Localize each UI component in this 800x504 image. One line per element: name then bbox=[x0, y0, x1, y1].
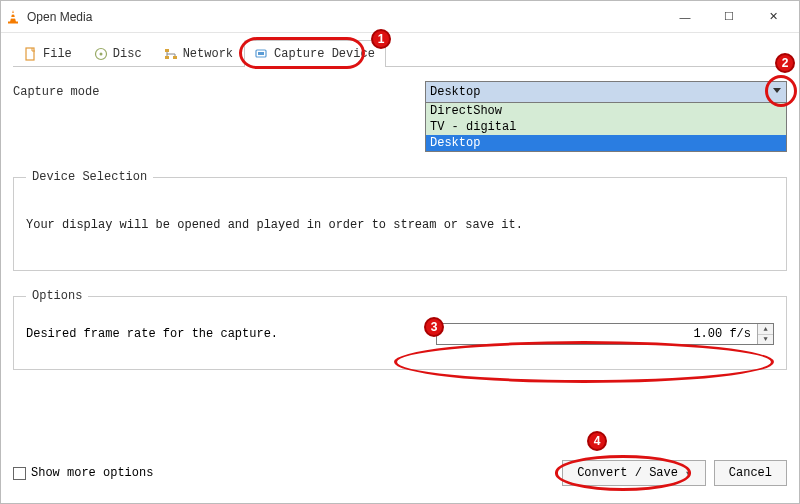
window-title: Open Media bbox=[27, 10, 663, 24]
fps-row: Desired frame rate for the capture. 1.00… bbox=[26, 323, 774, 345]
capture-mode-selected: Desktop bbox=[430, 85, 480, 99]
tab-file-label: File bbox=[43, 47, 72, 61]
svg-rect-2 bbox=[10, 17, 16, 19]
svg-rect-9 bbox=[173, 56, 177, 59]
spinner-buttons: ▲ ▼ bbox=[757, 324, 773, 344]
tab-disc[interactable]: Disc bbox=[83, 40, 153, 66]
fps-value: 1.00 f/s bbox=[437, 327, 757, 341]
cancel-label: Cancel bbox=[729, 466, 772, 480]
capture-mode-label: Capture mode bbox=[13, 81, 413, 99]
file-icon bbox=[24, 47, 38, 61]
fps-label: Desired frame rate for the capture. bbox=[26, 327, 426, 341]
close-button[interactable]: ✕ bbox=[751, 1, 795, 32]
options-group: Options Desired frame rate for the captu… bbox=[13, 289, 787, 370]
tab-bar: File Disc Network Capture Device 1 bbox=[13, 39, 787, 67]
svg-marker-0 bbox=[10, 10, 16, 22]
show-more-label: Show more options bbox=[31, 466, 153, 480]
fps-spinner[interactable]: 1.00 f/s ▲ ▼ bbox=[436, 323, 774, 345]
maximize-button[interactable]: ☐ bbox=[707, 1, 751, 32]
show-more-options-check[interactable]: Show more options bbox=[13, 466, 153, 480]
svg-rect-3 bbox=[8, 21, 18, 23]
minimize-button[interactable]: — bbox=[663, 1, 707, 32]
svg-rect-4 bbox=[26, 48, 34, 60]
capture-mode-combo[interactable]: Desktop bbox=[425, 81, 787, 103]
option-desktop[interactable]: Desktop bbox=[426, 135, 786, 151]
chevron-down-icon: ▼ bbox=[686, 469, 691, 478]
svg-marker-12 bbox=[773, 88, 781, 93]
option-directshow[interactable]: DirectShow bbox=[426, 103, 786, 119]
titlebar: Open Media — ☐ ✕ bbox=[1, 1, 799, 33]
annotation-1: 1 bbox=[371, 29, 391, 49]
device-desc: Your display will be opened and played i… bbox=[26, 218, 774, 232]
option-tv-digital[interactable]: TV - digital bbox=[426, 119, 786, 135]
annotation-4: 4 bbox=[587, 431, 607, 451]
svg-rect-1 bbox=[11, 13, 16, 15]
convert-save-label: Convert / Save bbox=[577, 466, 678, 480]
open-media-window: Open Media — ☐ ✕ File Disc Network Captu… bbox=[0, 0, 800, 504]
capture-mode-dropdown: DirectShow TV - digital Desktop bbox=[425, 103, 787, 152]
tab-file[interactable]: File bbox=[13, 40, 83, 66]
capture-icon bbox=[255, 47, 269, 61]
footer: Show more options Convert / Save ▼ Cance… bbox=[13, 455, 787, 491]
annotation-3: 3 bbox=[424, 317, 444, 337]
svg-point-6 bbox=[99, 52, 102, 55]
svg-rect-7 bbox=[165, 49, 169, 52]
device-selection-legend: Device Selection bbox=[26, 170, 153, 184]
window-controls: — ☐ ✕ bbox=[663, 1, 795, 32]
svg-rect-11 bbox=[258, 52, 264, 55]
network-icon bbox=[164, 47, 178, 61]
vlc-icon bbox=[5, 9, 21, 25]
tab-network[interactable]: Network bbox=[153, 40, 244, 66]
convert-save-button[interactable]: Convert / Save ▼ bbox=[562, 460, 706, 486]
annotation-2: 2 bbox=[775, 53, 795, 73]
dialog-body: File Disc Network Capture Device 1 Captu… bbox=[1, 33, 799, 503]
capture-mode-combo-wrap: Desktop DirectShow TV - digital Desktop … bbox=[425, 81, 787, 152]
spinner-up[interactable]: ▲ bbox=[758, 324, 773, 335]
svg-rect-8 bbox=[165, 56, 169, 59]
device-selection-group: Device Selection Your display will be op… bbox=[13, 170, 787, 271]
disc-icon bbox=[94, 47, 108, 61]
options-legend: Options bbox=[26, 289, 88, 303]
checkbox-box bbox=[13, 467, 26, 480]
tab-capture-device[interactable]: Capture Device bbox=[244, 40, 386, 67]
capture-mode-row: Capture mode Desktop DirectShow TV - dig… bbox=[13, 81, 787, 152]
chevron-down-icon bbox=[772, 85, 782, 99]
spinner-down[interactable]: ▼ bbox=[758, 335, 773, 345]
tab-network-label: Network bbox=[183, 47, 233, 61]
tab-disc-label: Disc bbox=[113, 47, 142, 61]
tab-capture-label: Capture Device bbox=[274, 47, 375, 61]
cancel-button[interactable]: Cancel bbox=[714, 460, 787, 486]
